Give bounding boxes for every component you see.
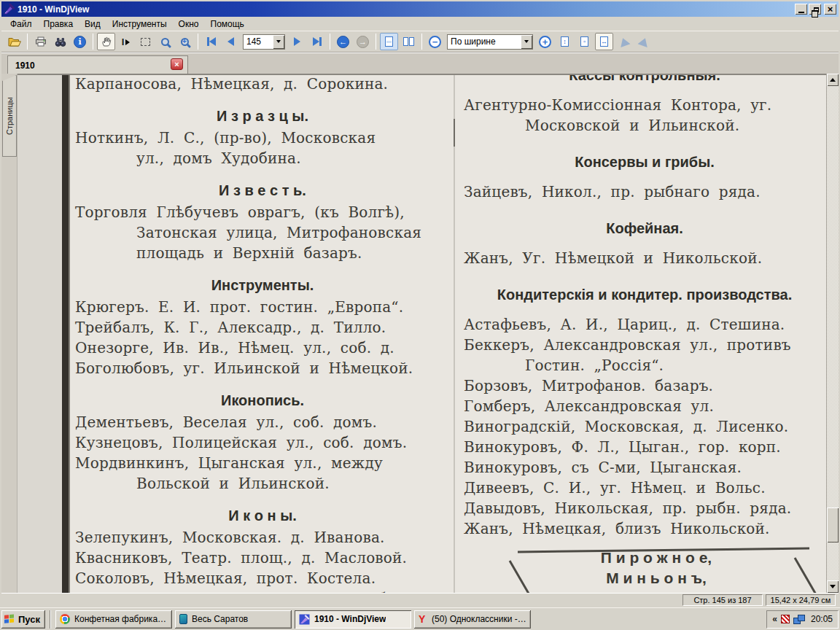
back-circle-icon: [337, 36, 349, 48]
directory-entry-line: Мордвинкинъ, Цыганская ул., между: [75, 453, 450, 473]
layout-continuous-button[interactable]: [380, 33, 398, 50]
start-label: Пуск: [18, 614, 40, 625]
chevron-down-icon: [524, 40, 529, 43]
tray-chevron[interactable]: «: [772, 614, 777, 624]
directory-entry-line: Ноткинъ, Л. С., (пр-во), Московская: [75, 128, 450, 148]
main-area: Страницы Карпаносова, Нѣмецкая, д. Сорок…: [1, 74, 839, 593]
about-button[interactable]: i: [71, 33, 89, 50]
next-page-button[interactable]: [288, 33, 306, 50]
directory-entry-line: Виноградскій, Московская, д. Лисенко.: [464, 416, 825, 437]
taskbar-app-label: (50) Одноклассники - Y...: [432, 614, 526, 624]
column-gutter-mark: [454, 119, 455, 147]
select-rect-button[interactable]: [136, 33, 155, 50]
menu-tools[interactable]: Инструменты: [106, 18, 173, 31]
taskbar-app-windjview[interactable]: 1910 - WinDjView: [295, 610, 411, 629]
minimize-button[interactable]: [795, 4, 807, 15]
hand-icon: [101, 36, 112, 47]
tab-close-button[interactable]: [171, 58, 183, 70]
menu-file[interactable]: Файл: [4, 18, 38, 31]
page-number-value[interactable]: 145: [244, 36, 273, 47]
fit-height-button[interactable]: ↕: [556, 33, 574, 50]
triangle-down-icon: [830, 585, 836, 588]
rotate-left-button[interactable]: [615, 33, 633, 50]
hand-tool-button[interactable]: [97, 33, 115, 50]
forward-button[interactable]: [354, 33, 372, 50]
rotate-right-button[interactable]: [634, 33, 653, 50]
open-button[interactable]: [5, 33, 23, 50]
zoom-mode-combo[interactable]: По ширине: [447, 34, 533, 50]
rotate-left-icon: [618, 36, 630, 47]
print-button[interactable]: [31, 33, 50, 50]
menu-help[interactable]: Помощь: [205, 18, 250, 31]
restore-button[interactable]: [809, 4, 821, 15]
network-tray-icon[interactable]: [793, 615, 804, 623]
taskbar-app-odnoklassniki[interactable]: Y (50) Одноклассники - Y...: [414, 610, 531, 629]
titlebar[interactable]: 1910 - WinDjView: [1, 1, 839, 17]
zoom-mode-dropdown[interactable]: [521, 35, 532, 49]
windjview-app-icon: [4, 4, 15, 15]
arrow-right-icon: [294, 37, 300, 46]
close-button[interactable]: [824, 4, 836, 15]
directory-entry-line: Давыдовъ, Никольская, пр. рыбн. ряда.: [464, 498, 825, 518]
fit-width-button[interactable]: ↔: [595, 33, 613, 50]
tab-bar: 1910: [1, 52, 839, 74]
find-button[interactable]: [51, 33, 69, 50]
directory-entry-line: Затонская улица, Митрофановская: [75, 222, 450, 243]
zoom-custom-button[interactable]: [176, 33, 194, 50]
antivirus-tray-icon[interactable]: [781, 615, 790, 623]
start-button[interactable]: Пуск: [1, 610, 45, 629]
magnifier-icon: [161, 38, 169, 46]
toolbar-separator: [330, 34, 330, 50]
section-header: Консервы и грибы.: [464, 152, 825, 172]
taskbar: Пуск Конфетная фабрика и ... Весь Сарато…: [0, 607, 840, 630]
taskbar-app-chrome[interactable]: Конфетная фабрика и ...: [55, 610, 172, 629]
prev-page-button[interactable]: [222, 33, 240, 50]
directory-entry-line: Гостин. „Россія“.: [464, 355, 825, 376]
directory-entry-line: Боголюбовъ, уг. Ильинской и Нѣмецкой.: [75, 358, 450, 378]
scroll-up-button[interactable]: [827, 74, 839, 86]
page-number-combo[interactable]: 145: [243, 34, 285, 50]
toolbar-separator: [198, 34, 198, 50]
layout-facing-button[interactable]: [400, 33, 418, 50]
zoom-in-button[interactable]: +: [536, 33, 554, 50]
directory-entry-line: Зелепукинъ, Московская. д. Иванова.: [75, 527, 450, 548]
toolbar-separator: [27, 34, 28, 50]
document-canvas[interactable]: Карпаносова, Нѣмецкая, д. Сорокина.И з р…: [18, 74, 826, 593]
back-button[interactable]: [334, 33, 352, 50]
select-text-button[interactable]: I: [117, 33, 135, 50]
menu-edit[interactable]: Правка: [38, 18, 79, 31]
directory-entry-line: Квасниковъ, Театр. площ., д. Масловой.: [75, 548, 450, 568]
printer-icon: [35, 36, 47, 47]
menu-view[interactable]: Вид: [79, 18, 106, 31]
page-spine-shadow: [62, 74, 69, 593]
zoom-mode-value[interactable]: По ширине: [448, 36, 521, 47]
vertical-scrollbar[interactable]: [826, 74, 839, 593]
menu-bar: Файл Правка Вид Инструменты Окно Помощь: [1, 17, 839, 31]
last-page-button[interactable]: [308, 33, 326, 50]
minimize-icon: [798, 12, 804, 13]
facing-pages-icon: [403, 37, 414, 46]
fit-height-icon: ↕: [561, 36, 569, 47]
scrollbar-thumb[interactable]: [827, 508, 839, 542]
document-tab[interactable]: 1910: [7, 55, 188, 74]
first-page-button[interactable]: [202, 33, 220, 50]
scroll-down-button[interactable]: [827, 580, 839, 593]
directory-entry-line: Трейбалъ, К. Г., Алексадр., д. Тилло.: [75, 317, 450, 338]
taskbar-app-saratov[interactable]: Весь Саратов: [175, 610, 292, 629]
directory-entry-line: Агентурно-Комиссіонная Контора, уг.: [464, 95, 825, 115]
directory-entry-line: Соколовъ, Нѣмецкая, прот. Костела.: [75, 568, 450, 588]
zoom-out-button[interactable]: −: [426, 33, 444, 50]
system-tray: « 20:05: [766, 610, 839, 629]
page-number-dropdown[interactable]: [273, 35, 284, 49]
fit-page-button[interactable]: ▫: [575, 33, 594, 50]
sidebar-strip: Страницы: [1, 74, 18, 593]
menu-window[interactable]: Окно: [173, 18, 205, 31]
windjview-window: 1910 - WinDjView Файл Правка Вид Инструм…: [0, 0, 840, 607]
plus-circle-icon: +: [539, 36, 551, 48]
taskbar-clock: 20:05: [808, 614, 833, 624]
tab-label: 1910: [15, 61, 35, 71]
zoom-tool-button[interactable]: [156, 33, 174, 50]
taskbar-divider: [50, 610, 51, 629]
pages-panel-tab[interactable]: Страницы: [2, 75, 17, 157]
chrome-icon: [60, 614, 70, 624]
